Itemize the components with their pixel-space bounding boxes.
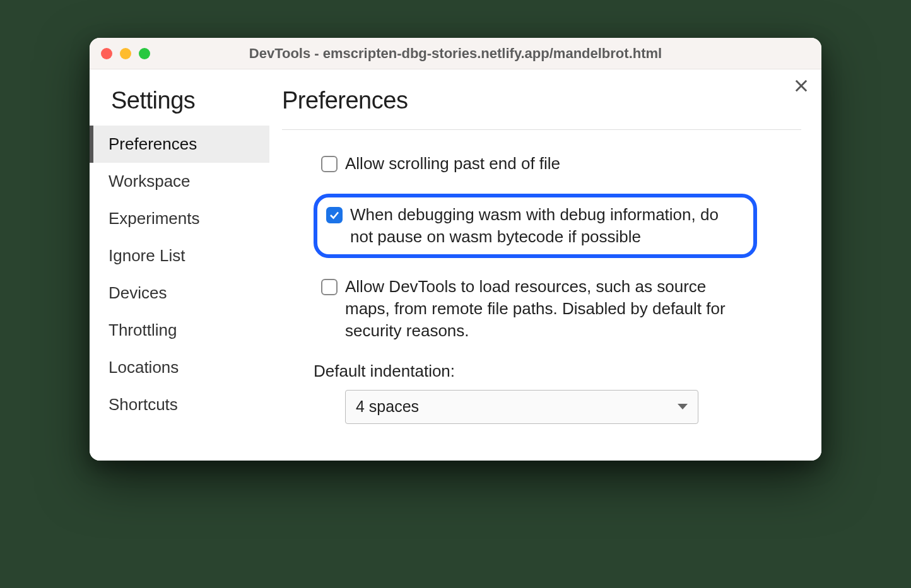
close-button[interactable]	[792, 77, 810, 97]
sidebar-item-experiments[interactable]: Experiments	[90, 200, 269, 237]
option-label: Allow scrolling past end of file	[345, 153, 749, 175]
window-zoom-icon[interactable]	[139, 48, 150, 59]
sidebar-item-devices[interactable]: Devices	[90, 274, 269, 312]
indentation-label: Default indentation:	[314, 362, 757, 381]
sidebar-item-locations[interactable]: Locations	[90, 349, 269, 386]
chevron-down-icon	[678, 404, 688, 409]
option-wasm-no-pause: When debugging wasm with debug informati…	[314, 194, 757, 258]
window-title: DevTools - emscripten-dbg-stories.netlif…	[90, 45, 821, 62]
close-icon	[792, 77, 810, 95]
option-label: When debugging wasm with debug informati…	[350, 204, 744, 248]
sidebar-item-label: Experiments	[109, 209, 200, 228]
checkmark-icon	[329, 209, 340, 221]
window-close-icon[interactable]	[101, 48, 112, 59]
checkbox-allow-remote-file-paths[interactable]	[321, 279, 338, 295]
sidebar-item-shortcuts[interactable]: Shortcuts	[90, 386, 269, 423]
panel-title: Preferences	[282, 87, 801, 130]
option-allow-scroll-past-eof: Allow scrolling past end of file	[314, 148, 757, 180]
titlebar: DevTools - emscripten-dbg-stories.netlif…	[90, 38, 821, 69]
content-area: Settings Preferences Workspace Experimen…	[90, 69, 821, 461]
sidebar-item-label: Workspace	[109, 172, 191, 191]
option-allow-remote-file-paths: Allow DevTools to load resources, such a…	[314, 271, 757, 347]
sidebar-title: Settings	[90, 87, 269, 126]
sidebar-item-label: Devices	[109, 283, 167, 302]
window-minimize-icon[interactable]	[120, 48, 131, 59]
sidebar-item-throttling[interactable]: Throttling	[90, 312, 269, 349]
sidebar-item-label: Throttling	[109, 320, 177, 339]
sidebar-item-label: Ignore List	[109, 246, 185, 265]
sidebar-item-ignore-list[interactable]: Ignore List	[90, 237, 269, 274]
sidebar-item-label: Preferences	[109, 134, 197, 153]
sidebar-item-preferences[interactable]: Preferences	[90, 126, 269, 163]
sidebar-item-workspace[interactable]: Workspace	[90, 163, 269, 200]
option-label: Allow DevTools to load resources, such a…	[345, 276, 749, 342]
settings-sidebar: Settings Preferences Workspace Experimen…	[90, 69, 269, 461]
sidebar-item-label: Shortcuts	[109, 395, 178, 414]
checkbox-wasm-no-pause[interactable]	[326, 207, 343, 223]
devtools-window: DevTools - emscripten-dbg-stories.netlif…	[90, 38, 821, 461]
indentation-select[interactable]: 4 spaces	[345, 390, 698, 424]
sidebar-item-label: Locations	[109, 358, 179, 377]
options-list: Allow scrolling past end of file When de…	[282, 130, 801, 424]
preferences-panel: Preferences Allow scrolling past end of …	[269, 69, 821, 461]
traffic-lights	[101, 48, 150, 59]
checkbox-allow-scroll-past-eof[interactable]	[321, 156, 338, 172]
select-value: 4 spaces	[356, 397, 419, 416]
